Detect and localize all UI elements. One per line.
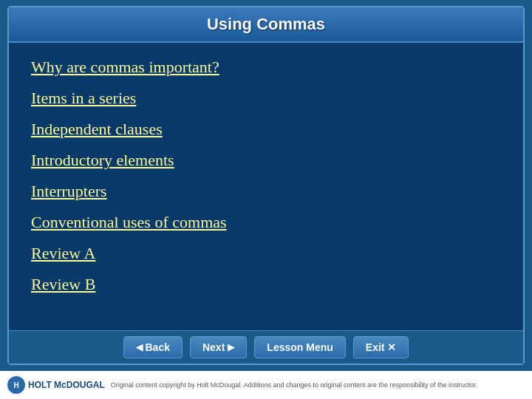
menu-item-independent-clauses[interactable]: Independent clauses bbox=[31, 114, 501, 145]
exit-button[interactable]: Exit ✕ bbox=[353, 336, 409, 358]
menu-item-review-b[interactable]: Review B bbox=[31, 269, 501, 300]
exit-x-icon: ✕ bbox=[387, 341, 396, 353]
main-panel: Using Commas Why are commas important?It… bbox=[7, 6, 525, 365]
footer-bar: H HOLT McDOUGAL Original content copyrig… bbox=[0, 371, 532, 399]
next-button[interactable]: Next ▶ bbox=[190, 336, 247, 358]
menu-item-interrupters[interactable]: Interrupters bbox=[31, 176, 501, 207]
menu-list: Why are commas important?Items in a seri… bbox=[9, 43, 523, 309]
back-button[interactable]: ◀ Back bbox=[123, 336, 183, 358]
page-wrapper: Using Commas Why are commas important?It… bbox=[0, 0, 532, 399]
title-bar: Using Commas bbox=[9, 7, 523, 43]
menu-item-why-commas[interactable]: Why are commas important? bbox=[31, 52, 501, 83]
next-arrow-icon: ▶ bbox=[228, 342, 234, 352]
menu-item-conventional-uses[interactable]: Conventional uses of commas bbox=[31, 207, 501, 238]
menu-item-items-series[interactable]: Items in a series bbox=[31, 83, 501, 114]
menu-item-introductory-elements[interactable]: Introductory elements bbox=[31, 145, 501, 176]
back-arrow-icon: ◀ bbox=[136, 342, 143, 352]
page-title: Using Commas bbox=[207, 15, 325, 33]
lesson-menu-button[interactable]: Lesson Menu bbox=[254, 336, 345, 358]
footer-copyright: Original content copyright by Holt McDou… bbox=[111, 381, 525, 389]
footer-logo: H HOLT McDOUGAL bbox=[7, 376, 105, 394]
menu-item-review-a[interactable]: Review A bbox=[31, 238, 501, 269]
logo-icon: H bbox=[7, 376, 25, 394]
logo-text: HOLT McDOUGAL bbox=[28, 380, 105, 390]
nav-bar: ◀ Back Next ▶ Lesson Menu Exit ✕ bbox=[9, 330, 523, 364]
